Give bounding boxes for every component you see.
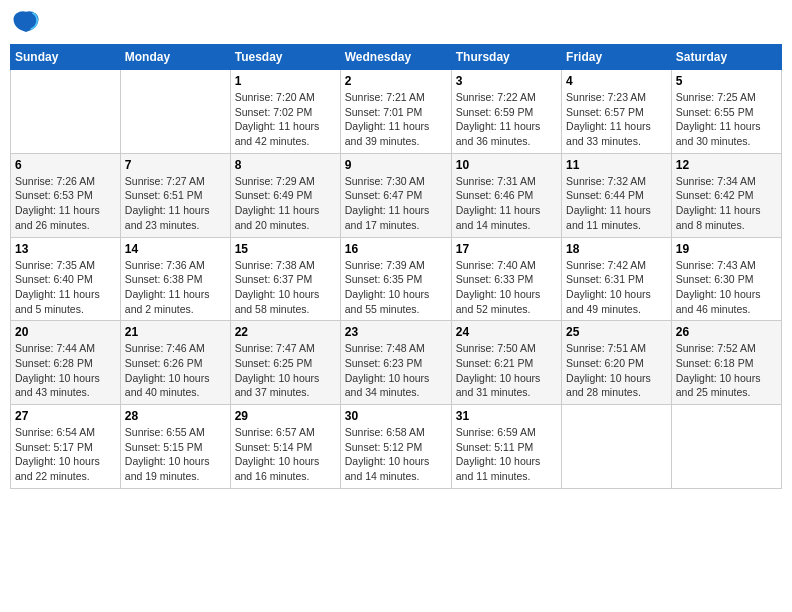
day-number: 16 <box>345 242 447 256</box>
day-info: Sunrise: 7:25 AM Sunset: 6:55 PM Dayligh… <box>676 90 777 149</box>
calendar-cell <box>562 405 672 489</box>
day-header-thursday: Thursday <box>451 45 561 70</box>
day-info: Sunrise: 7:38 AM Sunset: 6:37 PM Dayligh… <box>235 258 336 317</box>
day-number: 17 <box>456 242 557 256</box>
week-row-1: 1Sunrise: 7:20 AM Sunset: 7:02 PM Daylig… <box>11 70 782 154</box>
calendar-cell: 6Sunrise: 7:26 AM Sunset: 6:53 PM Daylig… <box>11 153 121 237</box>
day-number: 2 <box>345 74 447 88</box>
calendar-cell: 27Sunrise: 6:54 AM Sunset: 5:17 PM Dayli… <box>11 405 121 489</box>
day-number: 18 <box>566 242 667 256</box>
day-header-sunday: Sunday <box>11 45 121 70</box>
calendar-cell: 10Sunrise: 7:31 AM Sunset: 6:46 PM Dayli… <box>451 153 561 237</box>
calendar-cell: 14Sunrise: 7:36 AM Sunset: 6:38 PM Dayli… <box>120 237 230 321</box>
day-number: 21 <box>125 325 226 339</box>
day-number: 28 <box>125 409 226 423</box>
logo <box>10 10 40 36</box>
calendar-cell <box>11 70 121 154</box>
day-number: 14 <box>125 242 226 256</box>
day-info: Sunrise: 7:29 AM Sunset: 6:49 PM Dayligh… <box>235 174 336 233</box>
calendar-cell: 9Sunrise: 7:30 AM Sunset: 6:47 PM Daylig… <box>340 153 451 237</box>
day-number: 22 <box>235 325 336 339</box>
day-info: Sunrise: 7:50 AM Sunset: 6:21 PM Dayligh… <box>456 341 557 400</box>
day-number: 29 <box>235 409 336 423</box>
calendar-cell: 2Sunrise: 7:21 AM Sunset: 7:01 PM Daylig… <box>340 70 451 154</box>
day-info: Sunrise: 7:43 AM Sunset: 6:30 PM Dayligh… <box>676 258 777 317</box>
day-info: Sunrise: 7:32 AM Sunset: 6:44 PM Dayligh… <box>566 174 667 233</box>
calendar-cell <box>120 70 230 154</box>
calendar-cell: 25Sunrise: 7:51 AM Sunset: 6:20 PM Dayli… <box>562 321 672 405</box>
calendar-cell: 19Sunrise: 7:43 AM Sunset: 6:30 PM Dayli… <box>671 237 781 321</box>
day-number: 27 <box>15 409 116 423</box>
day-info: Sunrise: 7:21 AM Sunset: 7:01 PM Dayligh… <box>345 90 447 149</box>
day-header-friday: Friday <box>562 45 672 70</box>
calendar-table: SundayMondayTuesdayWednesdayThursdayFrid… <box>10 44 782 489</box>
day-info: Sunrise: 7:46 AM Sunset: 6:26 PM Dayligh… <box>125 341 226 400</box>
logo-icon <box>12 10 40 32</box>
day-number: 20 <box>15 325 116 339</box>
calendar-cell: 29Sunrise: 6:57 AM Sunset: 5:14 PM Dayli… <box>230 405 340 489</box>
day-header-tuesday: Tuesday <box>230 45 340 70</box>
week-row-2: 6Sunrise: 7:26 AM Sunset: 6:53 PM Daylig… <box>11 153 782 237</box>
week-row-3: 13Sunrise: 7:35 AM Sunset: 6:40 PM Dayli… <box>11 237 782 321</box>
day-header-saturday: Saturday <box>671 45 781 70</box>
day-header-monday: Monday <box>120 45 230 70</box>
day-info: Sunrise: 7:52 AM Sunset: 6:18 PM Dayligh… <box>676 341 777 400</box>
calendar-cell: 30Sunrise: 6:58 AM Sunset: 5:12 PM Dayli… <box>340 405 451 489</box>
day-info: Sunrise: 7:36 AM Sunset: 6:38 PM Dayligh… <box>125 258 226 317</box>
day-number: 3 <box>456 74 557 88</box>
day-info: Sunrise: 7:40 AM Sunset: 6:33 PM Dayligh… <box>456 258 557 317</box>
calendar-cell: 28Sunrise: 6:55 AM Sunset: 5:15 PM Dayli… <box>120 405 230 489</box>
day-info: Sunrise: 7:22 AM Sunset: 6:59 PM Dayligh… <box>456 90 557 149</box>
calendar-cell: 8Sunrise: 7:29 AM Sunset: 6:49 PM Daylig… <box>230 153 340 237</box>
calendar-cell: 7Sunrise: 7:27 AM Sunset: 6:51 PM Daylig… <box>120 153 230 237</box>
day-info: Sunrise: 7:20 AM Sunset: 7:02 PM Dayligh… <box>235 90 336 149</box>
calendar-cell: 4Sunrise: 7:23 AM Sunset: 6:57 PM Daylig… <box>562 70 672 154</box>
day-info: Sunrise: 6:58 AM Sunset: 5:12 PM Dayligh… <box>345 425 447 484</box>
calendar-cell: 15Sunrise: 7:38 AM Sunset: 6:37 PM Dayli… <box>230 237 340 321</box>
day-header-wednesday: Wednesday <box>340 45 451 70</box>
day-number: 5 <box>676 74 777 88</box>
header-row: SundayMondayTuesdayWednesdayThursdayFrid… <box>11 45 782 70</box>
calendar-cell: 26Sunrise: 7:52 AM Sunset: 6:18 PM Dayli… <box>671 321 781 405</box>
week-row-4: 20Sunrise: 7:44 AM Sunset: 6:28 PM Dayli… <box>11 321 782 405</box>
calendar-cell: 11Sunrise: 7:32 AM Sunset: 6:44 PM Dayli… <box>562 153 672 237</box>
day-number: 23 <box>345 325 447 339</box>
day-info: Sunrise: 7:23 AM Sunset: 6:57 PM Dayligh… <box>566 90 667 149</box>
day-number: 25 <box>566 325 667 339</box>
calendar-cell: 18Sunrise: 7:42 AM Sunset: 6:31 PM Dayli… <box>562 237 672 321</box>
day-info: Sunrise: 7:35 AM Sunset: 6:40 PM Dayligh… <box>15 258 116 317</box>
calendar-cell: 1Sunrise: 7:20 AM Sunset: 7:02 PM Daylig… <box>230 70 340 154</box>
calendar-cell: 20Sunrise: 7:44 AM Sunset: 6:28 PM Dayli… <box>11 321 121 405</box>
calendar-cell: 21Sunrise: 7:46 AM Sunset: 6:26 PM Dayli… <box>120 321 230 405</box>
calendar-cell: 23Sunrise: 7:48 AM Sunset: 6:23 PM Dayli… <box>340 321 451 405</box>
day-info: Sunrise: 6:54 AM Sunset: 5:17 PM Dayligh… <box>15 425 116 484</box>
day-number: 15 <box>235 242 336 256</box>
day-number: 1 <box>235 74 336 88</box>
day-number: 8 <box>235 158 336 172</box>
day-number: 10 <box>456 158 557 172</box>
day-info: Sunrise: 6:57 AM Sunset: 5:14 PM Dayligh… <box>235 425 336 484</box>
day-number: 19 <box>676 242 777 256</box>
day-number: 4 <box>566 74 667 88</box>
day-number: 7 <box>125 158 226 172</box>
day-number: 26 <box>676 325 777 339</box>
calendar-cell <box>671 405 781 489</box>
day-number: 12 <box>676 158 777 172</box>
day-info: Sunrise: 7:34 AM Sunset: 6:42 PM Dayligh… <box>676 174 777 233</box>
day-info: Sunrise: 7:30 AM Sunset: 6:47 PM Dayligh… <box>345 174 447 233</box>
week-row-5: 27Sunrise: 6:54 AM Sunset: 5:17 PM Dayli… <box>11 405 782 489</box>
day-info: Sunrise: 7:48 AM Sunset: 6:23 PM Dayligh… <box>345 341 447 400</box>
day-info: Sunrise: 7:42 AM Sunset: 6:31 PM Dayligh… <box>566 258 667 317</box>
day-info: Sunrise: 7:27 AM Sunset: 6:51 PM Dayligh… <box>125 174 226 233</box>
calendar-cell: 13Sunrise: 7:35 AM Sunset: 6:40 PM Dayli… <box>11 237 121 321</box>
day-number: 6 <box>15 158 116 172</box>
day-info: Sunrise: 7:51 AM Sunset: 6:20 PM Dayligh… <box>566 341 667 400</box>
calendar-cell: 3Sunrise: 7:22 AM Sunset: 6:59 PM Daylig… <box>451 70 561 154</box>
day-info: Sunrise: 7:47 AM Sunset: 6:25 PM Dayligh… <box>235 341 336 400</box>
calendar-cell: 31Sunrise: 6:59 AM Sunset: 5:11 PM Dayli… <box>451 405 561 489</box>
day-number: 9 <box>345 158 447 172</box>
day-info: Sunrise: 7:26 AM Sunset: 6:53 PM Dayligh… <box>15 174 116 233</box>
day-number: 31 <box>456 409 557 423</box>
calendar-cell: 24Sunrise: 7:50 AM Sunset: 6:21 PM Dayli… <box>451 321 561 405</box>
calendar-cell: 17Sunrise: 7:40 AM Sunset: 6:33 PM Dayli… <box>451 237 561 321</box>
